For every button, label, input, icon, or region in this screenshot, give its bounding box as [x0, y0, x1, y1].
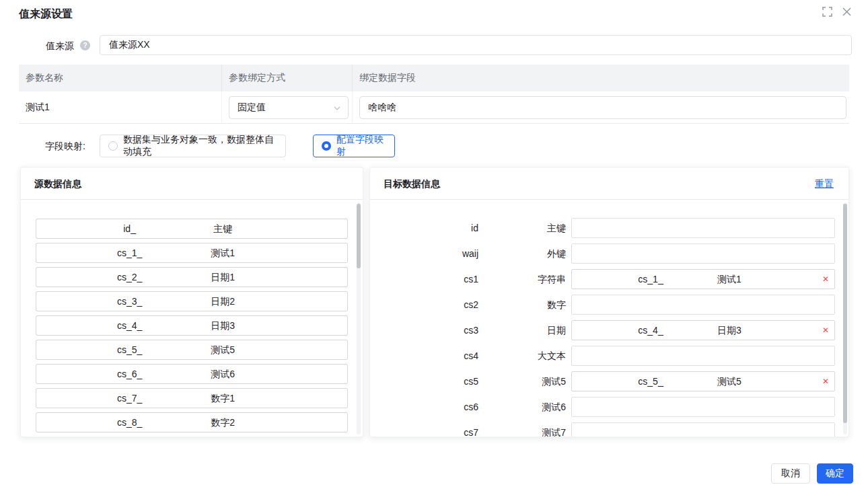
target-field-type: 外键 [478, 243, 566, 264]
column-header-bound-field: 绑定数据字段 [353, 72, 849, 84]
mapped-field-label: 测试5 [651, 372, 808, 391]
mapping-drop-box[interactable]: cs_1_ 测试1 ✕ [571, 269, 835, 289]
source-field-label: 测试1 [130, 243, 316, 262]
target-field-row: cs6 测试6 [370, 397, 848, 422]
cancel-button[interactable]: 取消 [771, 463, 810, 484]
table-row: 测试1 固定值 [19, 91, 849, 124]
scrollbar-thumb[interactable] [843, 204, 847, 423]
radio-selected-icon[interactable] [322, 141, 331, 151]
source-field-label: 日期2 [130, 292, 316, 311]
target-field-type: 测试7 [478, 422, 566, 437]
column-header-binding-mode: 参数绑定方式 [222, 65, 353, 91]
target-field-type: 数字 [478, 295, 566, 315]
target-field-row: id 主键 [370, 218, 848, 243]
close-icon[interactable] [842, 7, 852, 17]
target-field-row: cs2 数字 [370, 295, 848, 320]
table-header-row: 参数名称 参数绑定方式 绑定数据字段 [19, 65, 849, 91]
target-field-row: cs3 日期 cs_4_ 日期3 ✕ [370, 320, 848, 346]
field-mapping-label: 字段映射: [0, 141, 85, 153]
param-name-cell: 测试1 [19, 91, 222, 123]
mapping-drop-box[interactable] [571, 295, 835, 315]
target-field-row: cs4 大文本 [370, 346, 848, 371]
source-field-item[interactable]: cs_6_ 测试6 [36, 364, 348, 384]
mapping-option-configure-label: 配置字段映射 [336, 134, 386, 158]
mapping-drop-box[interactable] [571, 346, 835, 366]
value-source-label: 值来源 [0, 40, 74, 52]
target-field-name: cs2 [370, 295, 478, 315]
target-scrollbar[interactable] [843, 202, 847, 434]
source-field-list: id_ 主键 cs_1_ 测试1 cs_2_ 日期1 cs_3_ 日期2 cs_… [21, 200, 363, 432]
mapped-field-label: 日期3 [651, 321, 808, 340]
question-circle-icon[interactable]: ? [80, 40, 90, 50]
source-field-label: 数字2 [130, 413, 316, 432]
mapping-drop-box[interactable]: cs_4_ 日期3 ✕ [571, 320, 835, 340]
source-field-item[interactable]: cs_7_ 数字1 [36, 388, 348, 408]
target-field-name: cs7 [370, 422, 478, 437]
source-field-item[interactable]: cs_5_ 测试5 [36, 340, 348, 360]
target-panel-title: 目标数据信息 [384, 178, 440, 189]
binding-mode-select[interactable]: 固定值 [229, 96, 349, 119]
parameter-table: 参数名称 参数绑定方式 绑定数据字段 测试1 固定值 [19, 65, 849, 124]
source-field-item[interactable]: cs_1_ 测试1 [36, 243, 348, 263]
remove-mapping-icon[interactable]: ✕ [822, 372, 829, 391]
reset-link[interactable]: 重置 [815, 167, 834, 200]
confirm-button[interactable]: 确定 [817, 463, 853, 484]
mapping-option-configure[interactable]: 配置字段映射 [313, 135, 395, 157]
radio-unselected-icon[interactable] [108, 141, 118, 151]
target-field-row: cs5 测试5 cs_5_ 测试5 ✕ [370, 371, 848, 397]
source-field-label: 测试5 [130, 340, 316, 359]
value-source-input[interactable] [100, 35, 852, 55]
mapping-drop-box[interactable] [571, 218, 835, 238]
target-field-name: id [370, 218, 478, 238]
target-field-name: cs5 [370, 371, 478, 391]
value-source-settings-dialog: 值来源设置 值来源 ? 参数名称 参数绑定方式 绑定数据字段 测试1 固定值 [0, 0, 868, 493]
mapping-drop-box[interactable] [571, 397, 835, 417]
page-title: 值来源设置 [19, 7, 73, 22]
mapped-field-label: 测试1 [651, 270, 808, 289]
target-field-type: 测试5 [478, 371, 566, 391]
target-field-type: 主键 [478, 218, 566, 238]
source-field-label: 日期1 [130, 268, 316, 287]
source-field-item[interactable]: cs_8_ 数字2 [36, 412, 348, 432]
target-field-name: cs3 [370, 320, 478, 340]
mapping-option-auto-fill-label: 数据集与业务对象一致，数据整体自动填充 [123, 134, 277, 158]
mapping-drop-box[interactable]: cs_5_ 测试5 ✕ [571, 371, 835, 391]
column-header-param-name: 参数名称 [19, 65, 222, 91]
source-panel-title: 源数据信息 [21, 167, 363, 200]
source-field-item[interactable]: id_ 主键 [36, 219, 348, 239]
target-data-panel: 目标数据信息 重置 id 主键 waij 外键 cs1 字符串 cs_1_ 测试… [369, 167, 849, 437]
remove-mapping-icon[interactable]: ✕ [822, 321, 829, 340]
chevron-down-icon [333, 104, 341, 114]
target-field-name: cs1 [370, 269, 478, 289]
source-scrollbar[interactable] [357, 202, 361, 434]
target-field-row: cs7 测试7 [370, 422, 848, 437]
target-field-name: waij [370, 243, 478, 264]
target-field-type: 大文本 [478, 346, 566, 366]
target-field-type: 测试6 [478, 397, 566, 417]
target-field-row: waij 外键 [370, 243, 848, 269]
mapping-drop-box[interactable] [571, 422, 835, 437]
source-field-item[interactable]: cs_3_ 日期2 [36, 291, 348, 311]
source-field-label: 测试6 [130, 365, 316, 383]
remove-mapping-icon[interactable]: ✕ [822, 270, 829, 289]
target-field-type: 日期 [478, 320, 566, 340]
bound-field-input[interactable] [359, 96, 846, 119]
fullscreen-icon[interactable] [822, 7, 832, 17]
binding-mode-value: 固定值 [238, 102, 266, 114]
source-field-item[interactable]: cs_2_ 日期1 [36, 267, 348, 287]
source-field-item[interactable]: cs_4_ 日期3 [36, 315, 348, 336]
source-field-label: 数字1 [130, 389, 316, 408]
target-field-row: cs1 字符串 cs_1_ 测试1 ✕ [370, 269, 848, 295]
target-field-type: 字符串 [478, 269, 566, 289]
mapping-drop-box[interactable] [571, 243, 835, 264]
source-field-label: 日期3 [130, 316, 316, 335]
source-field-label: 主键 [130, 219, 316, 238]
target-field-name: cs6 [370, 397, 478, 417]
scrollbar-thumb[interactable] [357, 204, 361, 268]
source-data-panel: 源数据信息 id_ 主键 cs_1_ 测试1 cs_2_ 日期1 cs_3_ 日… [20, 167, 363, 437]
target-field-name: cs4 [370, 346, 478, 366]
target-field-rows: id 主键 waij 外键 cs1 字符串 cs_1_ 测试1 ✕ cs2 数字 [370, 200, 848, 437]
mapping-option-auto-fill[interactable]: 数据集与业务对象一致，数据整体自动填充 [100, 135, 286, 157]
